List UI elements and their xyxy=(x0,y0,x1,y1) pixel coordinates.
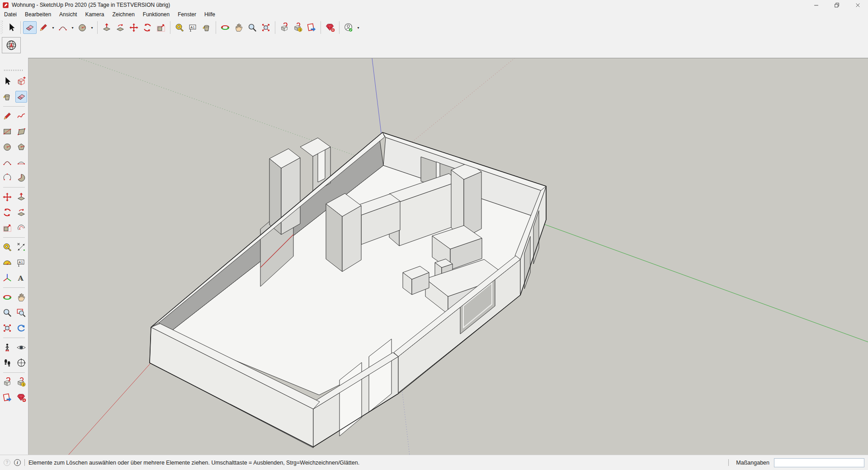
menu-datei[interactable]: Datei xyxy=(0,10,21,19)
move-button[interactable] xyxy=(127,21,141,34)
two-point-arc-button[interactable] xyxy=(15,156,27,168)
menu-fenster[interactable]: Fenster xyxy=(174,10,200,19)
model-viewport[interactable] xyxy=(28,58,868,455)
text-button[interactable] xyxy=(15,257,27,268)
menu-funktionen[interactable]: Funktionen xyxy=(139,10,174,19)
zoom-button[interactable] xyxy=(245,21,259,34)
menu-kamera[interactable]: Kamera xyxy=(81,10,108,19)
look-around-icon xyxy=(16,343,26,352)
rotate-button[interactable] xyxy=(1,207,13,218)
dimensions-button[interactable] xyxy=(15,241,27,253)
3d-warehouse-button[interactable] xyxy=(1,376,13,388)
position-camera-icon xyxy=(2,343,12,352)
arc-button[interactable] xyxy=(1,156,13,168)
3d-text-button[interactable] xyxy=(15,272,27,284)
zoom-window-button[interactable] xyxy=(15,307,27,319)
circle-icon xyxy=(77,23,87,33)
push-pull-button[interactable] xyxy=(15,191,27,203)
orbit-button[interactable] xyxy=(1,291,13,303)
extension-warehouse-icon xyxy=(325,23,335,33)
rotate-button[interactable] xyxy=(141,21,154,34)
protractor-button[interactable] xyxy=(1,257,13,268)
menu-zeichnen[interactable]: Zeichnen xyxy=(108,10,138,19)
polygon-button[interactable] xyxy=(15,141,27,153)
push-pull-icon xyxy=(102,23,112,33)
select-button[interactable] xyxy=(1,75,13,87)
eraser-button[interactable] xyxy=(15,91,27,103)
measurements-input[interactable] xyxy=(774,458,864,467)
share-component-button[interactable] xyxy=(1,392,13,404)
toolbar-row xyxy=(0,170,28,185)
scale-button[interactable] xyxy=(154,21,168,34)
arc-dropdown[interactable]: ▾ xyxy=(70,21,75,34)
offset-button[interactable] xyxy=(15,222,27,234)
toolbar-row xyxy=(0,255,28,270)
circle-button[interactable] xyxy=(75,21,89,34)
look-around-button[interactable] xyxy=(15,342,27,353)
restore-button[interactable] xyxy=(826,0,847,10)
follow-me-button[interactable] xyxy=(113,21,127,34)
make-component-button[interactable] xyxy=(15,75,27,87)
paint-bucket-button[interactable] xyxy=(1,91,13,103)
offset-icon xyxy=(16,223,26,233)
account-button[interactable] xyxy=(342,21,355,34)
zoom-extents-button[interactable] xyxy=(1,322,13,334)
pie-button[interactable] xyxy=(15,172,27,183)
toolbar-row xyxy=(0,155,28,170)
walk-button[interactable] xyxy=(1,357,13,369)
menu-ansicht[interactable]: Ansicht xyxy=(55,10,81,19)
arc-button[interactable] xyxy=(56,21,70,34)
menu-hilfe[interactable]: Hilfe xyxy=(200,10,219,19)
select-button[interactable] xyxy=(5,21,18,34)
toolbar-left-grip[interactable] xyxy=(4,70,24,71)
zoom-window-icon xyxy=(16,308,26,318)
zoom-icon xyxy=(247,23,257,33)
freehand-button[interactable] xyxy=(15,110,27,122)
section-plane-button[interactable] xyxy=(15,357,27,369)
add-location-button[interactable] xyxy=(5,39,18,52)
info-icon[interactable]: i xyxy=(14,459,21,466)
three-point-arc-button[interactable] xyxy=(1,172,13,183)
pan-button[interactable] xyxy=(232,21,245,34)
minimize-button[interactable] xyxy=(806,0,826,10)
eraser-button[interactable] xyxy=(23,21,37,34)
paint-bucket-icon xyxy=(202,23,212,33)
text-button[interactable] xyxy=(186,21,200,34)
orbit-button[interactable] xyxy=(218,21,232,34)
share-model-button[interactable] xyxy=(15,376,27,388)
zoom-extents-button[interactable] xyxy=(259,21,273,34)
move-button[interactable] xyxy=(1,191,13,203)
extension-warehouse-button[interactable] xyxy=(323,21,337,34)
follow-me-button[interactable] xyxy=(15,207,27,218)
axes-button[interactable] xyxy=(1,272,13,284)
menu-bearbeiten[interactable]: Bearbeiten xyxy=(21,10,55,19)
scale-button[interactable] xyxy=(1,222,13,234)
position-camera-button[interactable] xyxy=(1,342,13,353)
account-dropdown[interactable]: ▾ xyxy=(355,21,361,34)
push-pull-button[interactable] xyxy=(100,21,113,34)
pan-button[interactable] xyxy=(15,291,27,303)
help-icon[interactable]: ? xyxy=(4,459,10,466)
zoom-button[interactable] xyxy=(1,307,13,319)
paint-bucket-button[interactable] xyxy=(200,21,213,34)
scale-icon xyxy=(156,23,166,33)
close-button[interactable] xyxy=(847,0,868,10)
line-dropdown[interactable]: ▾ xyxy=(50,21,56,34)
previous-view-button[interactable] xyxy=(15,322,27,334)
tape-measure-button[interactable] xyxy=(1,241,13,253)
share-model-button[interactable] xyxy=(291,21,305,34)
line-button[interactable] xyxy=(37,21,50,34)
tape-measure-button[interactable] xyxy=(173,21,186,34)
circle-button[interactable] xyxy=(1,141,13,153)
orbit-icon xyxy=(2,292,12,302)
rotated-rectangle-button[interactable] xyxy=(15,126,27,137)
3d-warehouse-button[interactable] xyxy=(278,21,291,34)
share-component-button[interactable] xyxy=(305,21,318,34)
toolbar-grip[interactable] xyxy=(1,21,3,34)
circle-dropdown[interactable]: ▾ xyxy=(89,21,95,34)
line-button[interactable] xyxy=(1,110,13,122)
toolbar-top: ▾▾▾▾ xyxy=(0,19,868,36)
rectangle-button[interactable] xyxy=(1,126,13,137)
3d-warehouse-icon xyxy=(279,23,289,33)
extension-warehouse-button[interactable] xyxy=(15,392,27,404)
